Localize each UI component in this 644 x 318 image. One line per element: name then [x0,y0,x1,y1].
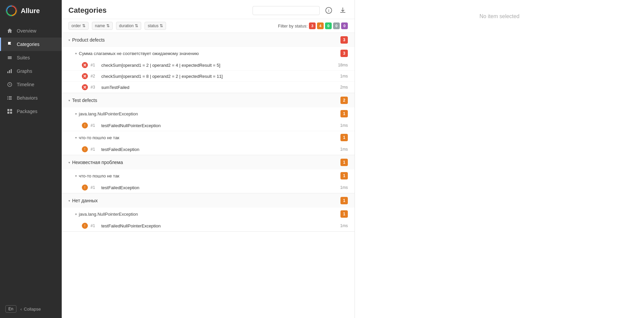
home-icon [7,28,13,34]
test-name: testFailedNullPointerException [101,123,340,128]
sidebar-item-timeline[interactable]: Timeline [0,78,62,91]
svg-rect-12 [7,99,8,100]
category-header[interactable]: ▾ Product defects 3 [62,33,355,47]
allure-logo-icon [5,5,17,17]
svg-rect-17 [10,112,12,114]
svg-rect-9 [9,96,12,97]
test-row[interactable]: #1 checkSum[operand1 = 2 | operand2 = 4 … [62,60,355,71]
test-row[interactable]: #2 checkSum[operand1 = 8 | operand2 = 2 … [62,71,355,82]
info-button[interactable]: i [324,5,334,15]
category-name: Product defects [72,37,340,43]
test-number: #1 [91,147,99,152]
sidebar-item-graphs[interactable]: Graphs [0,64,62,78]
language-button[interactable]: En [5,305,16,313]
test-status-icon: ! [82,146,88,152]
categories-panel: Categories i order ⇅ name ⇅ [62,0,355,318]
svg-text:!: ! [85,186,86,189]
sidebar-item-overview[interactable]: Overview [0,24,62,38]
sidebar-item-suites[interactable]: Suites [0,51,62,64]
subcategory-header[interactable]: ▾ java.lang.NullPointerException 1 [62,107,355,120]
chevron-icon: ▾ [75,52,77,55]
subcategory-header[interactable]: ▾ что-то пошло не так 1 [62,169,355,182]
chevron-icon: ▾ [75,112,77,116]
category-count: 1 [340,159,348,166]
svg-text:i: i [328,8,329,13]
search-input[interactable] [253,6,320,15]
filter-passed-badge[interactable]: 0 [325,22,332,29]
subcategory-header[interactable]: ▾ Сумма слагаемых не соответствует ожида… [62,47,355,60]
test-row[interactable]: ! #1 testFailedNullPointerException 1ms [62,220,355,231]
test-duration: 2ms [340,85,348,90]
order-sort-button[interactable]: order ⇅ [68,22,89,30]
sidebar-overview-label: Overview [17,28,36,34]
subcategory-count: 1 [340,134,348,141]
category-header[interactable]: ▾ Неизвестная проблема 1 [62,155,355,169]
category-group: ▾ Test defects 2 ▾ java.lang.NullPointer… [62,93,355,155]
subcategory-header[interactable]: ▾ что-то пошло не так 1 [62,131,355,144]
order-label: order [71,23,81,28]
svg-rect-8 [7,96,8,97]
svg-rect-13 [9,99,12,100]
category-header[interactable]: ▾ Нет данных 1 [62,194,355,208]
svg-rect-5 [9,70,10,73]
status-sort-button[interactable]: status ⇅ [145,22,166,30]
test-row[interactable]: ! #1 testFailedException 1ms [62,144,355,155]
svg-rect-14 [7,109,9,111]
filter-unknown-badge[interactable]: 0 [341,22,348,29]
layers-icon [7,55,13,61]
name-label: name [95,23,105,28]
name-sort-icon: ⇅ [106,23,110,28]
test-number: #1 [91,223,99,228]
duration-sort-icon: ⇅ [135,23,138,28]
svg-text:!: ! [85,124,86,127]
test-row[interactable]: ! #1 testFailedNullPointerException 1ms [62,120,355,131]
subcategory-name: java.lang.NullPointerException [79,212,340,217]
bar-chart-icon [7,68,13,74]
main-content: Categories i order ⇅ name ⇅ [62,0,644,318]
tree-content: ▾ Product defects 3 ▾ Сумма слагаемых не… [62,33,355,318]
category-count: 3 [340,36,348,44]
subcategory-header[interactable]: ▾ java.lang.NullPointerException 1 [62,208,355,220]
sidebar-timeline-label: Timeline [17,82,34,87]
test-row[interactable]: ! #1 testFailedException 1ms [62,182,355,193]
download-button[interactable] [338,5,348,15]
subcategory-name: что-то пошло не так [79,135,340,140]
test-name: checkSum[operand1 = 8 | operand2 = 2 | e… [101,74,340,79]
subcategory-count: 1 [340,210,348,218]
sidebar-item-packages[interactable]: Packages [0,105,62,118]
subcategory-name: Сумма слагаемых не соответствует ожидаем… [79,51,340,56]
collapse-button[interactable]: ‹ Collapse [20,307,41,312]
chevron-icon: ▾ [75,174,77,178]
test-status-icon: ! [82,184,88,191]
category-header[interactable]: ▾ Test defects 2 [62,93,355,107]
sidebar-item-behaviors[interactable]: Behaviors [0,91,62,105]
svg-text:!: ! [85,148,86,151]
filter-failed-badge[interactable]: 3 [309,22,316,29]
test-name: testFailedException [101,147,340,152]
svg-point-0 [6,5,17,16]
test-duration: 1ms [340,223,348,228]
chevron-icon: ▾ [75,212,77,216]
test-duration: 1ms [340,123,348,128]
name-sort-button[interactable]: name ⇅ [92,22,113,30]
test-status-icon [82,73,88,79]
filter-skipped-badge[interactable]: 0 [333,22,340,29]
category-group: ▾ Product defects 3 ▾ Сумма слагаемых не… [62,33,355,93]
grid-icon [7,108,13,114]
test-name: sumTestFailed [101,85,340,90]
filter-broken-badge[interactable]: 4 [317,22,324,29]
category-name: Неизвестная проблема [72,160,340,165]
sidebar-item-categories[interactable]: Categories [0,38,62,51]
sidebar-behaviors-label: Behaviors [17,95,38,101]
test-row[interactable]: #3 sumTestFailed 2ms [62,82,355,93]
filter-status-area: Filter by status: 3 4 0 0 0 [278,22,348,29]
test-status-icon: ! [82,122,88,128]
filter-by-status-text: Filter by status: [278,23,308,29]
svg-rect-4 [7,71,8,73]
subcategory-count: 3 [340,50,348,57]
duration-sort-button[interactable]: duration ⇅ [116,22,141,30]
category-count: 1 [340,197,348,204]
test-name: checkSum[operand1 = 2 | operand2 = 4 | e… [101,63,338,68]
svg-rect-15 [10,109,12,111]
logo-area: Allure [0,0,62,21]
